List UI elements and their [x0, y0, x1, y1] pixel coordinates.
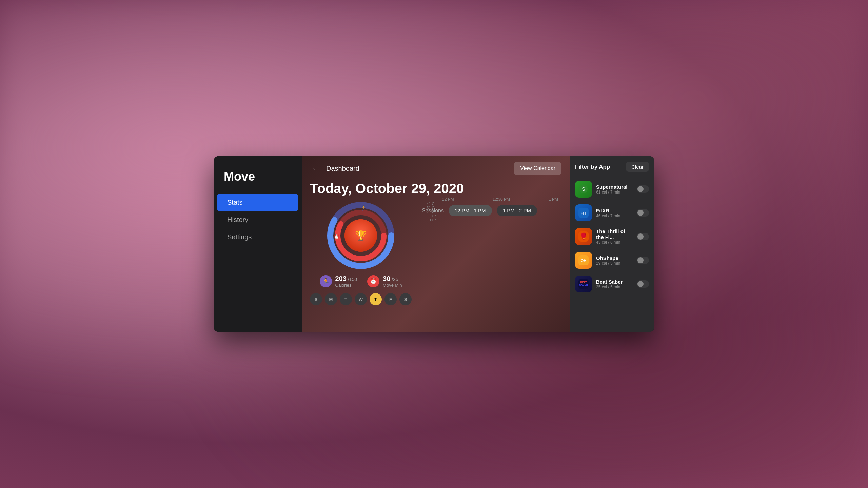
svg-text:BEAT: BEAT	[580, 281, 587, 283]
movemin-label: Move Min	[383, 283, 402, 288]
thrill-name: The Thrill of the Fi...	[596, 228, 633, 240]
fitxr-name: FitXR	[596, 208, 633, 214]
sessions-row: Sessions 12 PM - 1 PM 1 PM - 2 PM	[422, 202, 561, 216]
thrill-stats: 43 cal / 6 min	[596, 240, 633, 245]
grid-label-0: 0 Cal	[423, 218, 437, 222]
day-f[interactable]: F	[384, 293, 397, 305]
app-item-supernatural[interactable]: S Supernatural 61 cal / 7 min	[570, 177, 654, 201]
view-calendar-button[interactable]: View Calendar	[514, 162, 561, 175]
app-item-beatsaber[interactable]: BEAT SABER Beat Saber 25 cal / 5 min	[570, 272, 654, 296]
svg-text:🥊: 🥊	[580, 232, 588, 240]
beatsaber-icon: BEAT SABER	[575, 276, 592, 292]
x-label-1230pm: 12:30 PM	[493, 197, 510, 202]
content-row: 🏆 ⏰ 🏃 🏃 203 /15	[302, 202, 570, 332]
beatsaber-name: Beat Saber	[596, 279, 633, 285]
supernatural-stats: 61 cal / 7 min	[596, 190, 633, 195]
grid-label-11: 11 Cal	[423, 214, 437, 218]
day-w[interactable]: W	[355, 293, 367, 305]
ohshape-toggle[interactable]	[637, 257, 649, 264]
day-t1[interactable]: T	[340, 293, 352, 305]
svg-text:🏆: 🏆	[355, 230, 367, 241]
x-label-1pm: 1 PM	[549, 197, 558, 202]
calories-label: Calories	[335, 283, 357, 288]
supernatural-toggle[interactable]	[637, 185, 649, 193]
movemin-stat: ⏰ 30 /25 Move Min	[367, 275, 402, 288]
x-label-12pm: 12 PM	[442, 197, 454, 202]
svg-text:FIT: FIT	[581, 211, 587, 215]
grid-label-31: 31 Cal	[423, 206, 437, 210]
day-s2[interactable]: S	[399, 293, 412, 305]
grid-label-41: 41 Cal	[423, 202, 437, 206]
ohshape-stats: 29 cal / 5 min	[596, 261, 633, 266]
session-2[interactable]: 1 PM - 2 PM	[497, 205, 537, 216]
supernatural-icon: S	[575, 181, 592, 198]
sidebar-item-history[interactable]: History	[217, 211, 298, 228]
app-item-fitxr[interactable]: FIT FitXR 46 cal / 7 min	[570, 201, 654, 225]
calories-icon: 🏃	[320, 275, 332, 287]
movemin-icon: ⏰	[367, 275, 379, 287]
main-content: ← Dashboard View Calendar Today, October…	[302, 156, 570, 332]
sidebar: Move Stats History Settings	[214, 156, 302, 332]
svg-text:S: S	[582, 186, 585, 192]
ring-section: 🏆 ⏰ 🏃 🏃 203 /15	[310, 202, 412, 305]
right-panel: Filter by App Clear S Supernatural 61 ca…	[570, 156, 654, 332]
ring-chart: 🏆 ⏰ 🏃	[327, 202, 395, 269]
beatsaber-stats: 25 cal / 5 min	[596, 285, 633, 289]
supernatural-name: Supernatural	[596, 184, 633, 190]
day-t2[interactable]: T	[370, 293, 382, 305]
stats-row: 🏃 203 /150 Calories ⏰	[320, 275, 402, 288]
day-m[interactable]: M	[325, 293, 337, 305]
svg-text:⏰: ⏰	[334, 234, 340, 240]
calories-value: 203 /150	[335, 275, 357, 283]
session-1[interactable]: 12 PM - 1 PM	[449, 205, 492, 216]
ohshape-name: OhShape	[596, 255, 633, 261]
header-title: Dashboard	[326, 165, 359, 172]
calories-stat: 🏃 203 /150 Calories	[320, 275, 357, 288]
sidebar-item-stats[interactable]: Stats	[217, 194, 298, 211]
filter-title: Filter by App	[575, 164, 610, 170]
fitxr-stats: 46 cal / 7 min	[596, 214, 633, 218]
fitxr-toggle[interactable]	[637, 209, 649, 217]
sidebar-title: Move	[214, 169, 302, 194]
back-button[interactable]: ←	[310, 163, 321, 174]
app-item-ohshape[interactable]: OH OhShape 29 cal / 5 min	[570, 248, 654, 272]
chart-section: 41 Cal 31 Cal 21 Cal 11 Cal 0 Cal	[422, 202, 561, 216]
x-axis: 12 PM 12:30 PM 1 PM	[439, 197, 561, 202]
thrill-icon: 🥊	[575, 228, 592, 245]
ohshape-icon: OH	[575, 252, 592, 269]
thrill-toggle[interactable]	[637, 233, 649, 240]
days-row: S M T W T F S	[310, 293, 412, 305]
svg-text:SABER: SABER	[579, 284, 588, 286]
svg-text:OH: OH	[581, 259, 587, 263]
svg-text:🏃: 🏃	[361, 205, 367, 211]
app-item-thrill[interactable]: 🥊 The Thrill of the Fi... 43 cal / 6 min	[570, 225, 654, 248]
movemin-value: 30 /25	[383, 275, 402, 283]
sidebar-item-settings[interactable]: Settings	[217, 228, 298, 246]
header-left: ← Dashboard	[310, 163, 359, 174]
clear-button[interactable]: Clear	[626, 162, 649, 172]
grid-label-21: 21 Cal	[423, 210, 437, 214]
beatsaber-toggle[interactable]	[637, 280, 649, 288]
filter-header: Filter by App Clear	[570, 162, 654, 177]
fitxr-icon: FIT	[575, 204, 592, 221]
header: ← Dashboard View Calendar	[302, 156, 570, 181]
day-s1[interactable]: S	[310, 293, 322, 305]
